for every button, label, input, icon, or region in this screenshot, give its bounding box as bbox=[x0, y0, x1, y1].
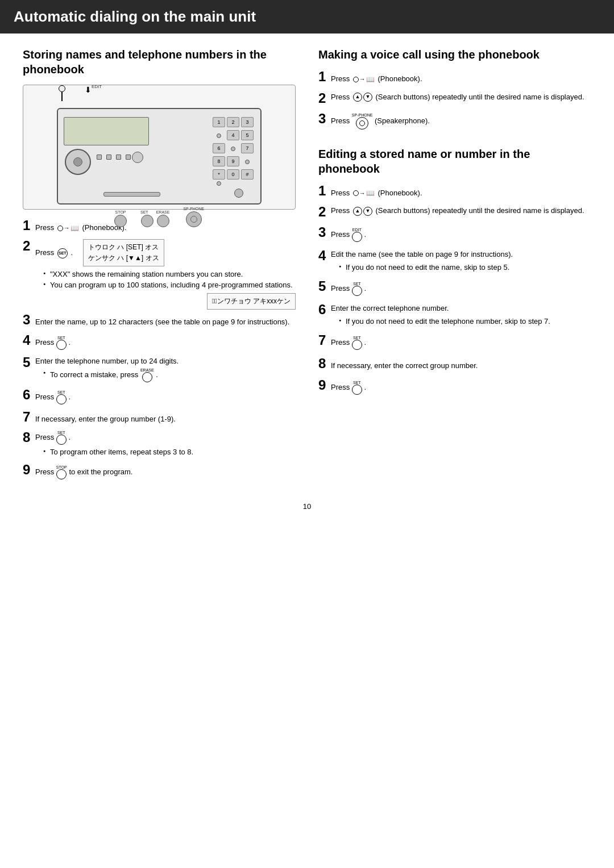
set-icon-8 bbox=[56, 435, 67, 445]
jp-box-2: テﾞンワチョウ アキxxxケン bbox=[207, 293, 296, 310]
edit-step-2: 2 Press ▲ ▼ (Search buttons) repeatedly … bbox=[318, 205, 591, 219]
edit-step-5: 5 Press SET . bbox=[318, 279, 591, 296]
set-icon-e9 bbox=[352, 385, 362, 395]
sp-phone-label: SP-PHONE bbox=[183, 207, 204, 211]
edit-step-9: 9 Press SET . bbox=[318, 378, 591, 395]
right-top-title: Making a voice call using the phonebook bbox=[318, 47, 591, 62]
step-7: 7 If necessary, enter the group number (… bbox=[23, 410, 296, 425]
stop-label: STOP bbox=[115, 210, 126, 214]
edit-label: EDIT bbox=[92, 84, 102, 89]
set-icon-e5 bbox=[352, 286, 362, 296]
sp-phone-icon-v: SP-PHONE bbox=[352, 113, 373, 130]
voice-step-1: 1 Press → 📖 (Phonebook). bbox=[318, 70, 591, 85]
edit-step-7: 7 Press SET . bbox=[318, 333, 591, 350]
right-column: Making a voice call using the phonebook … bbox=[318, 47, 591, 402]
page-number: 10 bbox=[23, 502, 591, 511]
bottom-buttons-row: STOP SET ERASE SP-PHO bbox=[29, 207, 289, 227]
left-section-title: Storing names and telephone numbers in t… bbox=[23, 47, 296, 77]
search-icon-e: ▲ ▼ bbox=[353, 207, 372, 216]
edit-step-6: 6 Enter the correct telephone number. If… bbox=[318, 303, 591, 327]
bullet-item: If you do not need to edit the telephone… bbox=[339, 316, 591, 327]
small-circle-btn bbox=[132, 152, 143, 163]
bullet-item: If you do not need to edit the name, ski… bbox=[339, 262, 591, 273]
edit-icon-e: EDIT bbox=[352, 228, 362, 242]
step-2: 2 Press SET . トウロク ハ [SET] オスケンサク ハ [▼▲]… bbox=[23, 239, 296, 310]
left-column: Storing names and telephone numbers in t… bbox=[23, 47, 296, 485]
small-btn-br bbox=[234, 189, 243, 198]
search-icon-v: ▲ ▼ bbox=[353, 93, 372, 102]
right-bottom-title: Editing a stored name or number in the p… bbox=[318, 147, 591, 176]
stop-icon-9 bbox=[56, 469, 67, 479]
erase-label: ERASE bbox=[156, 210, 170, 214]
set-icon-e7 bbox=[352, 340, 362, 350]
set-icon-6 bbox=[56, 394, 67, 404]
editing-section: Editing a stored name or number in the p… bbox=[318, 147, 591, 395]
device-screen bbox=[64, 117, 149, 145]
device-illustration: ⬇ EDIT bbox=[23, 85, 296, 210]
step-5: 5 Enter the telephone number, up to 24 d… bbox=[23, 356, 296, 383]
voice-call-section: Making a voice call using the phonebook … bbox=[318, 47, 591, 130]
step-4: 4 Press SET . bbox=[23, 333, 296, 350]
jp-box-1: トウロク ハ [SET] オスケンサク ハ [▼▲] オス bbox=[83, 239, 164, 266]
voice-step-3: 3 Press SP-PHONE (Speakerphone). bbox=[318, 112, 591, 130]
step-3: 3 Enter the name, up to 12 characters (s… bbox=[23, 313, 296, 328]
step-6: 6 Press SET . bbox=[23, 388, 296, 404]
edit-step-1: 1 Press → 📖 (Phonebook). bbox=[318, 184, 591, 199]
edit-step-3: 3 Press EDIT . bbox=[318, 226, 591, 242]
set-btn bbox=[141, 215, 154, 227]
step-8: 8 Press SET . To program other items, re… bbox=[23, 431, 296, 458]
edit-step-4: 4 Edit the name (see the table on page 9… bbox=[318, 249, 591, 273]
step-9: 9 Press STOP to exit the program. bbox=[23, 463, 296, 479]
voice-step-2: 2 Press ▲ ▼ (Search buttons) repeatedly … bbox=[318, 91, 591, 105]
nav-button bbox=[65, 149, 91, 175]
bullet-item: You can program up to 100 stations, incl… bbox=[43, 279, 296, 291]
stop-btn bbox=[114, 215, 127, 227]
device-body: 1 2 3 4 5 6 7 8 9 * 0 # bbox=[57, 108, 262, 205]
set-icon-4 bbox=[56, 340, 67, 350]
phonebook-icon-e1: → 📖 bbox=[353, 188, 375, 198]
sp-phone-btn bbox=[186, 211, 202, 227]
erase-btn bbox=[157, 215, 169, 227]
page: Automatic dialing on the main unit Stori… bbox=[0, 0, 614, 868]
bullet-item: To program other items, repeat steps 3 t… bbox=[43, 446, 296, 458]
device-keypad: 1 2 3 4 5 6 7 8 9 * 0 # bbox=[213, 117, 254, 186]
slider-bar bbox=[103, 192, 160, 197]
set-icon: SET bbox=[57, 248, 68, 258]
set-label: SET bbox=[140, 210, 148, 214]
bullet-item: "XXX" shows the remaining station number… bbox=[43, 269, 296, 280]
edit-step-8: 8 If necessary, enter the correct group … bbox=[318, 357, 591, 372]
bullet-item: To correct a mistake, press ERASE . bbox=[43, 368, 296, 382]
erase-icon bbox=[142, 372, 152, 382]
phonebook-icon-v1: → 📖 bbox=[353, 74, 375, 85]
page-title: Automatic dialing on the main unit bbox=[0, 0, 614, 34]
memory-dots bbox=[97, 155, 131, 160]
